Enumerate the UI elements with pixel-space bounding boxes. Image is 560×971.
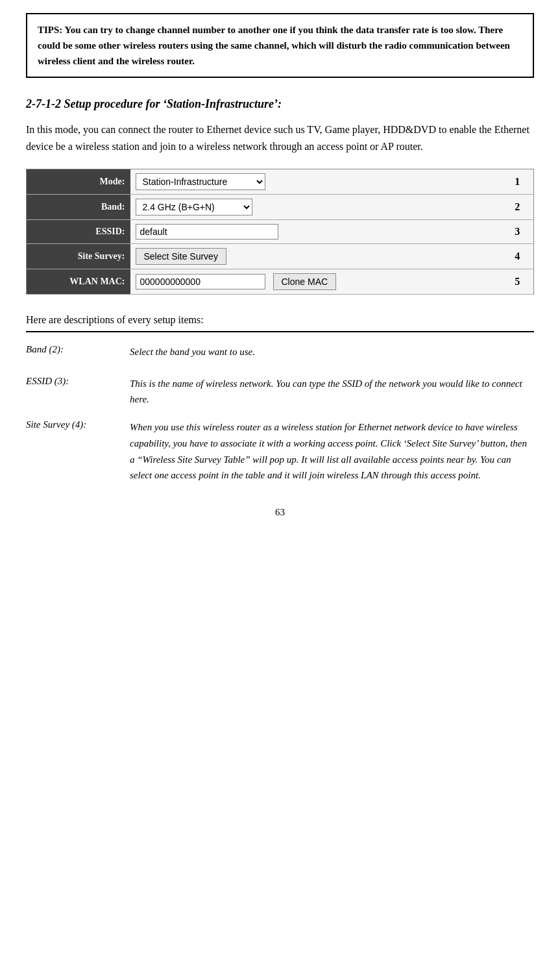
band-select[interactable]: 2.4 GHz (B+G+N): [136, 199, 252, 215]
wlan-mac-number: 5: [502, 269, 534, 294]
mode-label: Mode:: [27, 169, 130, 194]
mode-number: 1: [502, 169, 534, 194]
site-survey-label: Site Survey:: [27, 243, 130, 269]
site-survey-control-cell: Select Site Survey: [130, 243, 502, 269]
essid-control-cell: [130, 219, 502, 243]
wlan-mac-input[interactable]: [136, 274, 265, 289]
essid-term: ESSID (3):: [26, 372, 130, 416]
band-number: 2: [502, 194, 534, 219]
table-row: Site Survey: Select Site Survey 4: [27, 243, 534, 269]
clone-mac-button[interactable]: Clone MAC: [273, 273, 337, 290]
table-row: Band: 2.4 GHz (B+G+N) 2: [27, 194, 534, 219]
mode-select[interactable]: Station-Infrastructure: [136, 173, 265, 190]
tips-box: TIPS: You can try to change channel numb…: [26, 13, 534, 78]
list-item: Band (2): Select the band you want to us…: [26, 340, 534, 372]
site-survey-term: Site Survey (4):: [26, 415, 130, 487]
essid-input[interactable]: [136, 224, 278, 240]
tips-text: TIPS: You can try to change channel numb…: [38, 25, 510, 66]
band-definition: Select the band you want to use.: [130, 340, 534, 372]
section-title: 2-7-1-2 Setup procedure for ‘Station-Inf…: [26, 97, 534, 111]
wlan-mac-control-cell: Clone MAC: [130, 269, 502, 294]
divider: [26, 331, 534, 332]
wlan-mac-label: WLAN MAC:: [27, 269, 130, 294]
descriptions-intro: Here are descriptions of every setup ite…: [26, 314, 534, 326]
essid-label: ESSID:: [27, 219, 130, 243]
intro-text: In this mode, you can connect the router…: [26, 121, 534, 156]
select-site-survey-button[interactable]: Select Site Survey: [136, 248, 226, 265]
page-number: 63: [26, 507, 534, 518]
descriptions-table: Band (2): Select the band you want to us…: [26, 340, 534, 487]
table-row: Mode: Station-Infrastructure 1: [27, 169, 534, 194]
table-row: WLAN MAC: Clone MAC 5: [27, 269, 534, 294]
config-table: Mode: Station-Infrastructure 1 Band: 2.4…: [26, 169, 534, 295]
band-control-cell: 2.4 GHz (B+G+N): [130, 194, 502, 219]
band-term: Band (2):: [26, 340, 130, 372]
list-item: Site Survey (4): When you use this wirel…: [26, 415, 534, 487]
table-row: ESSID: 3: [27, 219, 534, 243]
essid-definition: This is the name of wireless network. Yo…: [130, 372, 534, 416]
site-survey-definition: When you use this wireless router as a w…: [130, 415, 534, 487]
essid-number: 3: [502, 219, 534, 243]
band-label: Band:: [27, 194, 130, 219]
mode-control-cell: Station-Infrastructure: [130, 169, 502, 194]
list-item: ESSID (3): This is the name of wireless …: [26, 372, 534, 416]
site-survey-number: 4: [502, 243, 534, 269]
